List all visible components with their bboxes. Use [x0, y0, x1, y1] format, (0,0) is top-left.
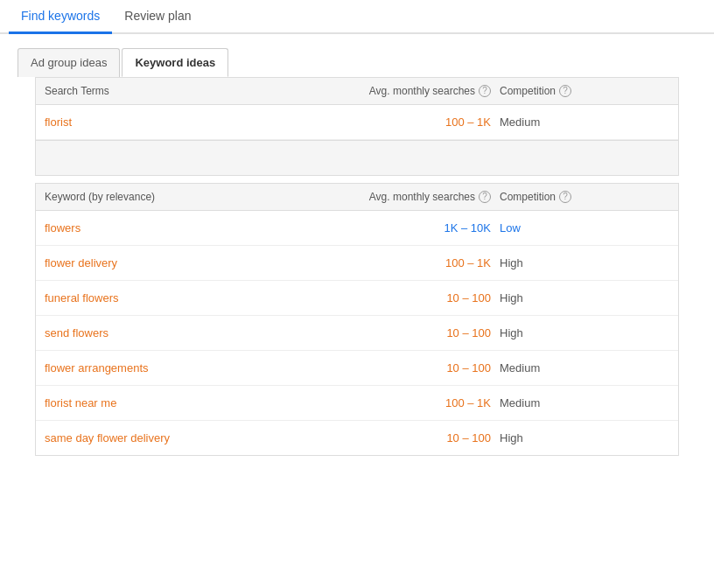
- search-term-text[interactable]: florist: [45, 116, 72, 129]
- keyword-row: same day flower delivery 10 – 100 High: [36, 421, 678, 455]
- kw-competition-help-icon[interactable]: ?: [559, 191, 571, 203]
- keyword-searches: 10 – 100: [446, 361, 491, 374]
- keyword-searches: 10 – 100: [446, 431, 491, 444]
- search-terms-header: Search Terms Avg. monthly searches ? Com…: [36, 78, 678, 105]
- col-header-kw-competition: Competition ?: [491, 191, 669, 203]
- keyword-term[interactable]: same day flower delivery: [45, 431, 170, 444]
- col-header-searches: Avg. monthly searches ?: [316, 85, 491, 97]
- keyword-searches: 100 – 1K: [445, 396, 491, 410]
- keyword-term[interactable]: flowers: [45, 221, 80, 234]
- tab-keyword-ideas[interactable]: Keyword ideas: [122, 48, 228, 77]
- col-header-term: Search Terms: [45, 85, 316, 97]
- keyword-searches: 10 – 100: [446, 326, 491, 340]
- keyword-row: flower delivery 100 – 1K High: [36, 246, 678, 281]
- keyword-competition: High: [500, 431, 523, 444]
- keyword-term[interactable]: florist near me: [45, 396, 116, 410]
- keywords-section: Keyword (by relevance) Avg. monthly sear…: [35, 183, 679, 456]
- keyword-competition: High: [500, 291, 523, 304]
- tab-ad-group-ideas[interactable]: Ad group ideas: [18, 48, 120, 77]
- keyword-term[interactable]: funeral flowers: [45, 291, 119, 304]
- col-header-keyword: Keyword (by relevance): [45, 191, 316, 203]
- keyword-searches: 100 – 1K: [445, 256, 491, 270]
- top-nav: Find keywords Review plan: [0, 0, 714, 34]
- keyword-competition: Medium: [500, 361, 540, 374]
- search-terms-section: Search Terms Avg. monthly searches ? Com…: [35, 77, 679, 176]
- searches-help-icon[interactable]: ?: [479, 85, 491, 97]
- keywords-header: Keyword (by relevance) Avg. monthly sear…: [36, 184, 678, 211]
- col-header-kw-searches: Avg. monthly searches ?: [316, 191, 491, 203]
- keyword-term[interactable]: flower delivery: [45, 256, 117, 270]
- keyword-searches: 10 – 100: [446, 291, 491, 304]
- search-term-competition: Medium: [500, 116, 540, 129]
- keyword-row: flowers 1K – 10K Low: [36, 211, 678, 246]
- keyword-competition: High: [500, 326, 523, 340]
- sub-tabs: Ad group ideas Keyword ideas: [0, 34, 714, 77]
- keyword-searches: 1K – 10K: [444, 221, 492, 234]
- kw-searches-help-icon[interactable]: ?: [479, 191, 491, 203]
- search-term-searches: 100 – 1K: [445, 116, 491, 129]
- tab-find-keywords[interactable]: Find keywords: [9, 0, 112, 34]
- keyword-term[interactable]: send flowers: [45, 326, 108, 340]
- competition-help-icon[interactable]: ?: [559, 85, 571, 97]
- gray-bar: [36, 140, 678, 175]
- keyword-term[interactable]: flower arrangements: [45, 361, 149, 374]
- tab-review-plan[interactable]: Review plan: [112, 0, 203, 34]
- keyword-row: flower arrangements 10 – 100 Medium: [36, 351, 678, 386]
- keyword-row: send flowers 10 – 100 High: [36, 316, 678, 351]
- keyword-competition: High: [500, 256, 523, 270]
- col-header-competition: Competition ?: [491, 85, 669, 97]
- keyword-row: funeral flowers 10 – 100 High: [36, 281, 678, 316]
- keyword-row: florist near me 100 – 1K Medium: [36, 386, 678, 421]
- keyword-competition: Medium: [500, 396, 540, 410]
- search-terms-row: florist 100 – 1K Medium: [36, 105, 678, 140]
- keyword-competition: Low: [500, 221, 521, 234]
